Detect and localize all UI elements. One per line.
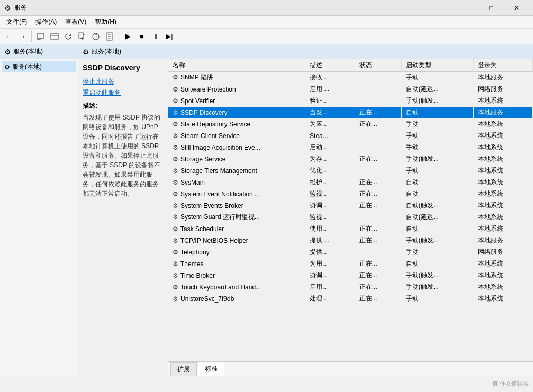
stop-service-link[interactable]: 停止此服务 <box>83 77 164 86</box>
toolbar-restart[interactable]: ▶| <box>163 30 176 43</box>
service-gear-icon: ⚙ <box>173 272 178 279</box>
table-row[interactable]: ⚙System Events Broker协调...正在...自动(触发...本… <box>168 200 533 212</box>
table-row[interactable]: ⚙TCP/IP NetBIOS Helper提供 ...正在...手动(触发..… <box>168 235 533 247</box>
menu-file[interactable]: 文件(F) <box>2 16 31 28</box>
content-header: ⚙ 服务(本地) <box>78 44 533 59</box>
service-status-cell <box>355 142 401 153</box>
table-row[interactable]: ⚙Task Scheduler使用...正在...自动本地系统 <box>168 223 533 235</box>
service-scroll[interactable]: 名称 描述 状态 启动类型 登录为 ⚙SNMP 陷阱接收...手动本地服务⚙So… <box>168 59 533 361</box>
table-row[interactable]: ⚙Storage Service为存...正在...手动(触发...本地系统 <box>168 153 533 165</box>
service-logon-cell: 本地系统 <box>473 258 532 270</box>
toolbar-refresh[interactable] <box>62 30 75 43</box>
menu-view[interactable]: 查看(V) <box>61 16 91 28</box>
service-name-cell: ⚙Time Broker <box>168 270 305 281</box>
toolbar-stop[interactable]: ■ <box>135 30 148 43</box>
table-row[interactable]: ⚙SysMain维护...正在...自动本地系统 <box>168 177 533 188</box>
service-status-cell <box>355 84 401 95</box>
service-startup-cell: 自动 <box>401 107 473 118</box>
toolbar-forward[interactable]: → <box>16 30 29 43</box>
table-row[interactable]: ⚙Time Broker协调...正在...手动(触发...本地系统 <box>168 270 533 281</box>
table-row[interactable]: ⚙State Repository Service为应...正在...手动本地系… <box>168 118 533 130</box>
service-gear-icon: ⚙ <box>173 202 178 209</box>
service-gear-icon: ⚙ <box>173 225 178 233</box>
restart-service-link[interactable]: 重启动此服务 <box>83 88 164 97</box>
col-startup[interactable]: 启动类型 <box>401 59 473 72</box>
table-row[interactable]: ⚙Spot Verifier验证...手动(触发...本地系统 <box>168 95 533 107</box>
maximize-button[interactable]: □ <box>479 0 503 16</box>
service-gear-icon: ⚙ <box>173 237 178 244</box>
close-button[interactable]: ✕ <box>504 0 529 16</box>
col-logon[interactable]: 登录为 <box>473 59 532 72</box>
service-gear-icon: ⚙ <box>173 121 178 128</box>
menu-action[interactable]: 操作(A) <box>31 16 61 28</box>
table-row[interactable]: ⚙Software Protection启用 ...自动(延迟...网络服务 <box>168 84 533 95</box>
service-status-cell <box>355 165 401 177</box>
toolbar-back[interactable]: ← <box>2 30 15 43</box>
service-desc-cell: 验证... <box>305 95 355 107</box>
toolbar-play[interactable]: ▶ <box>122 30 134 43</box>
service-gear-icon: ⚙ <box>173 260 178 268</box>
service-status-cell: 正在... <box>355 107 401 118</box>
service-status-cell: 正在... <box>355 118 401 130</box>
minimize-button[interactable]: ─ <box>454 0 478 16</box>
service-status-cell: 正在... <box>355 188 401 200</box>
service-name-cell: ⚙Storage Tiers Management <box>168 165 305 177</box>
table-row[interactable]: ⚙Still Image Acquisition Eve...启动...手动本地… <box>168 142 533 153</box>
table-row[interactable]: ⚙System Event Notification ...监视...正在...… <box>168 188 533 200</box>
service-name-cell: ⚙System Event Notification ... <box>168 188 305 200</box>
toolbar-back2[interactable] <box>48 30 61 43</box>
toolbar-doc[interactable] <box>103 30 116 43</box>
toolbar-pause[interactable]: ⏸ <box>149 30 162 43</box>
service-desc-cell: 提供 ... <box>305 235 355 247</box>
toolbar-help[interactable]: ? <box>89 30 102 43</box>
service-status-cell <box>355 247 401 258</box>
sidebar-item-icon: ⚙ <box>4 63 10 71</box>
menu-help[interactable]: 帮助(H) <box>91 16 121 28</box>
service-status-cell: 正在... <box>355 270 401 281</box>
table-row[interactable]: ⚙SNMP 陷阱接收...手动本地服务 <box>168 72 533 84</box>
service-gear-icon: ⚙ <box>173 156 178 163</box>
app-icon: ⚙ <box>4 4 11 12</box>
service-gear-icon: ⚙ <box>173 190 178 198</box>
service-desc-cell: 监视... <box>305 212 355 223</box>
toolbar: ← → ? ▶ ■ ⏸ ▶| <box>0 29 533 44</box>
service-desc-cell: 优化... <box>305 165 355 177</box>
table-row[interactable]: ⚙UnistoreSvc_7f9db处理...正在...手动本地系统 <box>168 293 533 305</box>
service-gear-icon: ⚙ <box>173 132 178 140</box>
service-gear-icon: ⚙ <box>173 213 178 221</box>
menu-bar: 文件(F) 操作(A) 查看(V) 帮助(H) <box>0 16 533 29</box>
table-row[interactable]: ⚙Touch Keyboard and Hand...启用...正在...手动(… <box>168 281 533 293</box>
toolbar-up[interactable] <box>34 30 47 43</box>
desc-title: 描述: <box>83 102 164 111</box>
service-startup-cell: 自动(触发... <box>401 200 473 212</box>
service-desc-cell: 为应... <box>305 118 355 130</box>
service-gear-icon: ⚙ <box>173 295 178 303</box>
service-desc-cell: 使用... <box>305 223 355 235</box>
service-startup-cell: 手动(触发... <box>401 270 473 281</box>
toolbar-sep-1 <box>31 31 32 42</box>
sidebar-tree: ⚙ 服务(本地) <box>0 59 78 75</box>
table-row[interactable]: ⚙SSDP Discovery当发...正在...自动本地服务 <box>168 107 533 118</box>
service-gear-icon: ⚙ <box>173 249 178 256</box>
service-status-cell <box>355 130 401 142</box>
table-row[interactable]: ⚙Telephony提供...手动网络服务 <box>168 247 533 258</box>
service-logon-cell: 本地系统 <box>473 165 532 177</box>
sidebar-item-local[interactable]: ⚙ 服务(本地) <box>2 61 76 72</box>
service-logon-cell: 网络服务 <box>473 84 532 95</box>
table-row[interactable]: ⚙Storage Tiers Management优化...手动本地系统 <box>168 165 533 177</box>
col-name[interactable]: 名称 <box>168 59 305 72</box>
table-row[interactable]: ⚙Themes为用...正在...自动本地系统 <box>168 258 533 270</box>
service-desc-cell: 为用... <box>305 258 355 270</box>
toolbar-sep-2 <box>119 31 119 42</box>
toolbar-export[interactable] <box>76 30 88 43</box>
service-startup-cell: 手动 <box>401 118 473 130</box>
service-logon-cell: 网络服务 <box>473 247 532 258</box>
service-desc-cell: 启用 ... <box>305 84 355 95</box>
svg-text:?: ? <box>95 34 98 40</box>
col-desc[interactable]: 描述 <box>305 59 355 72</box>
table-row[interactable]: ⚙System Guard 运行时监视...监视...自动(延迟...本地系统 <box>168 212 533 223</box>
tab-standard[interactable]: 标准 <box>198 362 224 376</box>
table-row[interactable]: ⚙Steam Client ServiceStea...手动本地系统 <box>168 130 533 142</box>
col-status[interactable]: 状态 <box>355 59 401 72</box>
tab-expand[interactable]: 扩展 <box>170 362 197 376</box>
